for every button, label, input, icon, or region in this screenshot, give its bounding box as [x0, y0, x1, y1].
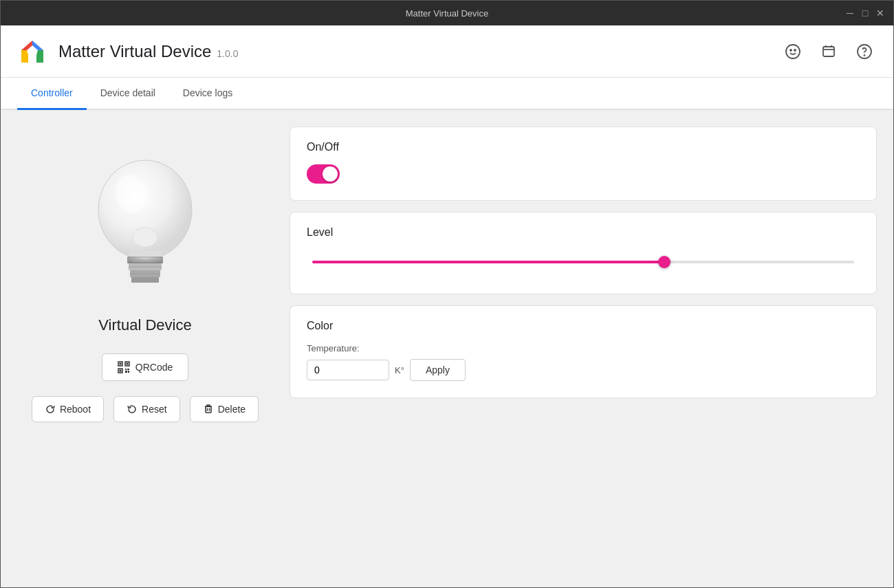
toggle-knob — [323, 166, 338, 182]
minimize-button[interactable]: ─ — [845, 8, 855, 18]
tab-device-logs[interactable]: Device logs — [169, 78, 246, 110]
svg-rect-28 — [125, 369, 127, 370]
main-content: Virtual Device QRCode — [1, 110, 893, 587]
svg-rect-29 — [127, 369, 129, 370]
onoff-title: On/Off — [307, 141, 860, 153]
onoff-card: On/Off — [290, 127, 877, 201]
toggle-container — [307, 164, 860, 184]
titlebar: Matter Virtual Device ─ □ ✕ — [1, 1, 893, 25]
smiley-button[interactable] — [781, 39, 805, 64]
color-card: Color Temperature: K° Apply — [290, 305, 877, 398]
app-version: 1.0.0 — [217, 48, 238, 59]
onoff-toggle[interactable] — [307, 164, 340, 184]
svg-point-10 — [864, 55, 865, 56]
svg-point-2 — [786, 45, 800, 58]
svg-rect-5 — [823, 47, 834, 56]
bulb-image — [69, 138, 221, 316]
action-buttons: Reboot Reset — [32, 396, 259, 422]
reboot-button[interactable]: Reboot — [32, 396, 104, 422]
svg-rect-32 — [206, 406, 211, 413]
titlebar-title: Matter Virtual Device — [406, 8, 488, 19]
app-title: Matter Virtual Device — [58, 42, 211, 61]
svg-point-3 — [790, 50, 792, 51]
notification-icon — [820, 43, 837, 60]
temp-label: Temperature: — [307, 343, 860, 353]
reset-icon — [127, 404, 138, 415]
qrcode-icon — [118, 361, 130, 373]
temp-input[interactable] — [307, 360, 389, 380]
level-title: Level — [307, 226, 860, 239]
svg-rect-16 — [131, 277, 159, 283]
svg-rect-25 — [126, 363, 128, 365]
app-title-area: Matter Virtual Device 1.0.0 — [58, 42, 781, 61]
right-panel: On/Off Level Color — [290, 110, 893, 587]
delete-button[interactable]: Delete — [190, 396, 259, 422]
qrcode-button[interactable]: QRCode — [102, 353, 188, 381]
close-button[interactable]: ✕ — [875, 8, 885, 18]
svg-rect-12 — [129, 251, 162, 257]
maximize-button[interactable]: □ — [860, 8, 870, 18]
svg-rect-1 — [28, 55, 36, 63]
svg-point-4 — [794, 50, 796, 51]
slider-fill — [312, 261, 664, 263]
help-icon — [856, 43, 873, 60]
device-name: Virtual Device — [98, 316, 191, 334]
temp-unit: K° — [395, 365, 404, 375]
svg-rect-30 — [125, 371, 127, 373]
level-card: Level — [290, 212, 877, 294]
tab-controller[interactable]: Controller — [17, 78, 87, 110]
svg-rect-31 — [128, 371, 129, 373]
apply-button[interactable]: Apply — [410, 359, 466, 381]
smiley-icon — [785, 43, 801, 60]
level-slider-track — [312, 261, 854, 263]
slider-thumb[interactable] — [658, 256, 670, 268]
app-header: Matter Virtual Device 1.0.0 — [1, 25, 893, 78]
svg-point-21 — [133, 228, 157, 247]
tab-device-detail[interactable]: Device detail — [87, 78, 169, 110]
notification-button[interactable] — [816, 39, 841, 64]
color-title: Color — [307, 320, 860, 332]
svg-rect-27 — [119, 370, 121, 372]
slider-container — [307, 250, 860, 277]
app-window: Matter Virtual Device ─ □ ✕ Mat — [0, 0, 894, 588]
header-icons — [781, 39, 877, 64]
delete-icon — [203, 404, 214, 415]
reboot-icon — [45, 404, 56, 415]
reset-button[interactable]: Reset — [113, 396, 180, 422]
tabs-bar: Controller Device detail Device logs — [1, 78, 893, 110]
svg-rect-23 — [119, 363, 121, 365]
help-button[interactable] — [852, 39, 877, 64]
app-logo — [17, 36, 47, 67]
titlebar-controls: ─ □ ✕ — [845, 8, 885, 18]
temp-row: K° Apply — [307, 359, 860, 381]
left-panel: Virtual Device QRCode — [1, 110, 290, 587]
